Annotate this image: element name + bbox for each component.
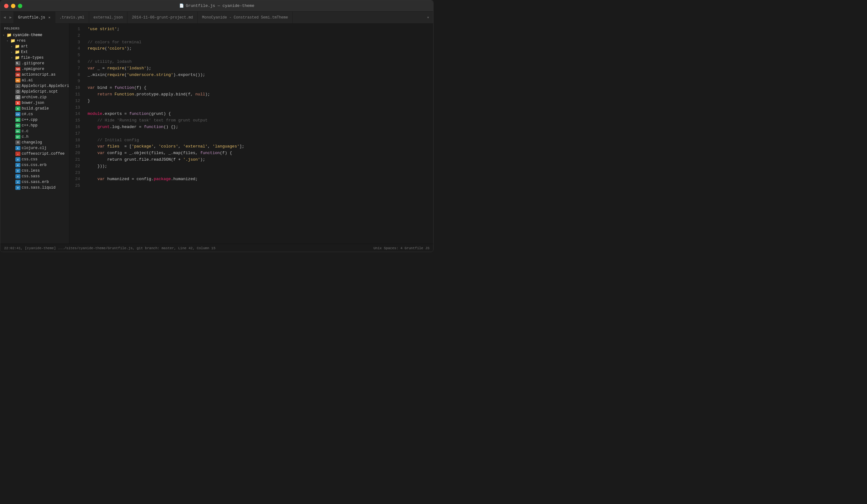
main-layout: ◀ ▶ Gruntfile.js ✕ .travis.yml external.… xyxy=(0,12,433,252)
tab-external[interactable]: external.json xyxy=(89,12,128,23)
tab-mono-cyanide[interactable]: MonoCyanide - Constrasted Semi.tmTheme xyxy=(198,12,293,23)
file-badge-icon: # xyxy=(15,163,20,167)
code-line-24: var humanized = config.package.humanized… xyxy=(84,176,433,183)
file-name: ai.ai xyxy=(22,78,33,83)
statusbar: 22:02:41, [cyanide-theme] .../sites/cyan… xyxy=(0,244,433,252)
code-line-9 xyxy=(84,78,433,85)
tab-grunt-project-label: 2014-11-06-grunt-project.md xyxy=(132,15,193,20)
file-badge-icon: # xyxy=(15,157,20,162)
sidebar: FOLDERS ▾ 📁 cyanide-theme ▾ 📁 +res ▸ 📁 a… xyxy=(0,23,69,244)
code-line-1: 'use strict'; xyxy=(84,26,433,33)
sidebar-item-clojure[interactable]: C clojure.clj xyxy=(0,145,69,151)
sidebar-item-bower[interactable]: B bower.json xyxy=(0,100,69,106)
sidebar-item-css-sass-erb[interactable]: # css.sass.erb xyxy=(0,179,69,185)
file-name: .gitignore xyxy=(22,61,44,66)
sidebar-item-cpp[interactable]: G+ c++.cpp xyxy=(0,117,69,123)
sidebar-item-hpp[interactable]: G+ c++.hpp xyxy=(0,123,69,128)
sidebar-item-ai[interactable]: Ai ai.ai xyxy=(0,77,69,83)
folder-name: art xyxy=(21,44,28,49)
sidebar-item-css-erb[interactable]: # css.css.erb xyxy=(0,162,69,168)
file-name: archive.zip xyxy=(22,95,46,99)
close-button[interactable] xyxy=(4,4,9,8)
file-name: AppleScript.scpt xyxy=(22,89,58,94)
window-controls xyxy=(4,4,22,8)
tab-travis[interactable]: .travis.yml xyxy=(55,12,89,23)
file-name: css.css.erb xyxy=(22,163,46,167)
sidebar-item-cyanide-theme[interactable]: ▾ 📁 cyanide-theme xyxy=(0,32,69,38)
file-name: AppleScript.AppleScript xyxy=(22,84,69,88)
maximize-button[interactable] xyxy=(18,4,22,8)
code-line-11: return Function.prototype.apply.bind(f, … xyxy=(84,91,433,98)
file-name: bower.json xyxy=(22,101,44,105)
folder-icon: 📁 xyxy=(10,39,15,43)
sidebar-item-build-gradle[interactable]: G build.gradle xyxy=(0,106,69,111)
file-badge-icon: ▸ xyxy=(15,84,20,88)
expand-arrow-icon: ▸ xyxy=(11,51,14,54)
file-name: c#.cs xyxy=(22,112,33,116)
file-badge-icon: C# xyxy=(15,112,20,116)
sidebar-item-csharp[interactable]: C# c#.cs xyxy=(0,111,69,117)
tabbar: ◀ ▶ Gruntfile.js ✕ .travis.yml external.… xyxy=(0,12,433,23)
sidebar-item-applescript[interactable]: ▸ AppleScript.AppleScript xyxy=(0,83,69,89)
tab-grunt-project[interactable]: 2014-11-06-grunt-project.md xyxy=(127,12,197,23)
sidebar-item-archive[interactable]: z archive.zip xyxy=(0,95,69,100)
expand-arrow-icon: ▾ xyxy=(3,34,6,37)
file-name: .npmignore xyxy=(22,67,44,71)
sidebar-item-ch[interactable]: G+ c.h xyxy=(0,134,69,140)
tab-gruntfile-label: Gruntfile.js xyxy=(18,15,45,20)
sidebar-item-css-sass[interactable]: # css.sass xyxy=(0,173,69,179)
file-badge-icon: # xyxy=(15,174,20,179)
code-line-18: // Initial config xyxy=(84,137,433,144)
code-line-25 xyxy=(84,183,433,189)
file-badge-icon: z xyxy=(15,95,20,99)
statusbar-left: 22:02:41, [cyanide-theme] .../sites/cyan… xyxy=(4,246,215,250)
sidebar-header: FOLDERS xyxy=(0,23,69,32)
folder-name: Ext xyxy=(21,50,28,54)
code-line-12: } xyxy=(84,98,433,105)
file-badge-icon: G+ xyxy=(15,129,20,133)
sidebar-item-npmignore[interactable]: npm .npmignore xyxy=(0,66,69,72)
file-name: build.gradle xyxy=(22,106,49,111)
sidebar-item-css[interactable]: # css.css xyxy=(0,157,69,162)
sidebar-item-css-sass-liquid[interactable]: # css.sass.liquid xyxy=(0,185,69,191)
window-title: 📄 Gruntfile.js — cyanide-theme xyxy=(179,3,254,8)
tab-gruntfile[interactable]: Gruntfile.js ✕ xyxy=(13,12,55,23)
file-icon: 📄 xyxy=(179,3,184,8)
sidebar-item-art[interactable]: ▸ 📁 art xyxy=(0,44,69,49)
tab-gruntfile-close[interactable]: ✕ xyxy=(49,15,51,20)
sidebar-item-css-less[interactable]: # css.less xyxy=(0,168,69,173)
code-line-7: var _ = require('lodash'); xyxy=(84,65,433,72)
code-content[interactable]: 'use strict'; // colors for terminal req… xyxy=(84,23,433,244)
tab-overflow-button[interactable]: ▾ xyxy=(423,15,433,20)
sidebar-item-applescript-scpt[interactable]: ⬡ AppleScript.scpt xyxy=(0,89,69,95)
file-badge-icon: ☕ xyxy=(15,152,20,156)
code-line-15: // Hide 'Running task' text from grunt o… xyxy=(84,117,433,124)
code-line-19: var files = ['package', 'colors', 'exter… xyxy=(84,143,433,150)
file-name: actionscript.as xyxy=(22,73,55,77)
file-badge-icon: # xyxy=(15,169,20,173)
file-name: c++.hpp xyxy=(22,123,38,128)
sidebar-item-changelog[interactable]: ≡ changelog xyxy=(0,140,69,145)
code-line-16: grunt.log.header = function() {}; xyxy=(84,124,433,130)
code-line-3: // colors for terminal xyxy=(84,39,433,46)
sidebar-item-ext[interactable]: ▸ 📁 Ext xyxy=(0,49,69,55)
sidebar-item-c[interactable]: G+ c.c xyxy=(0,128,69,134)
code-line-17 xyxy=(84,130,433,137)
code-line-8: _.mixin(require('underscore.string').exp… xyxy=(84,72,433,78)
file-name: clojure.clj xyxy=(22,146,46,150)
sidebar-item-actionscript[interactable]: AS actionscript.as xyxy=(0,72,69,77)
expand-arrow-icon: ▾ xyxy=(7,39,10,43)
tab-forward-button[interactable]: ▶ xyxy=(8,14,13,21)
code-line-14: module.exports = function(grunt) { xyxy=(84,111,433,117)
file-badge-icon: AS xyxy=(15,73,20,77)
editor-area[interactable]: 1 2 3 4 5 6 7 8 9 10 11 12 13 14 15 16 1… xyxy=(69,23,433,244)
sidebar-item-file-types[interactable]: ▾ 📁 file-types xyxy=(0,55,69,61)
tab-back-button[interactable]: ◀ xyxy=(2,14,8,21)
minimize-button[interactable] xyxy=(11,4,15,8)
content-area: FOLDERS ▾ 📁 cyanide-theme ▾ 📁 +res ▸ 📁 a… xyxy=(0,23,433,244)
sidebar-item-res[interactable]: ▾ 📁 +res xyxy=(0,38,69,44)
sidebar-item-gitignore[interactable]: $_ .gitignore xyxy=(0,61,69,66)
file-name: c.c xyxy=(22,129,29,133)
file-badge-icon: ≡ xyxy=(15,140,20,145)
sidebar-item-coffeescript[interactable]: ☕ coffeescript.coffee xyxy=(0,151,69,157)
